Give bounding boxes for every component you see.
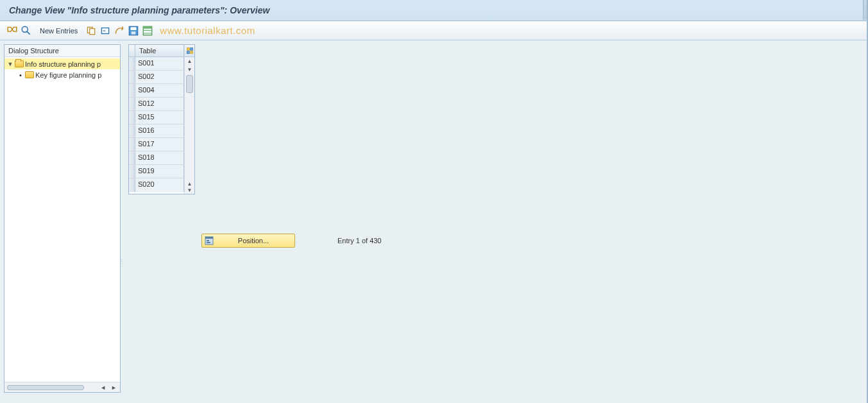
- svg-rect-14: [187, 51, 189, 54]
- svg-rect-3: [90, 28, 95, 34]
- row-handle-header: [129, 45, 135, 56]
- splitter-handle[interactable]: ···: [121, 259, 123, 264]
- folder-icon: [25, 71, 34, 78]
- scrollbar-thumb[interactable]: [7, 385, 84, 390]
- svg-rect-12: [187, 48, 189, 51]
- table-column-header[interactable]: Table: [135, 45, 184, 56]
- folder-open-icon: [15, 60, 24, 67]
- table-cell[interactable]: S016: [135, 124, 184, 137]
- table-cell[interactable]: S018: [135, 151, 184, 164]
- copy-icon[interactable]: [85, 25, 97, 37]
- page-title: Change View "Info structure planning par…: [9, 5, 269, 15]
- table-cell[interactable]: S020: [135, 178, 184, 192]
- scroll-page-down-icon[interactable]: ▼: [187, 187, 192, 193]
- svg-line-1: [27, 31, 30, 35]
- tree-horizontal-scrollbar[interactable]: ◄ ►: [4, 382, 120, 392]
- scroll-page-up-icon[interactable]: ▲: [187, 181, 192, 187]
- svg-rect-15: [190, 51, 192, 54]
- position-icon: [205, 236, 214, 245]
- new-entries-button[interactable]: New Entries: [35, 27, 83, 35]
- row-selector[interactable]: [129, 84, 135, 97]
- delimit-icon[interactable]: [114, 25, 125, 37]
- svg-rect-10: [144, 30, 153, 30]
- svg-rect-18: [207, 240, 209, 241]
- svg-rect-13: [190, 48, 192, 51]
- svg-rect-19: [207, 242, 210, 243]
- svg-rect-11: [144, 33, 153, 33]
- scrollbar-thumb[interactable]: [186, 75, 193, 93]
- scroll-left-icon[interactable]: ◄: [98, 384, 108, 391]
- expander-icon[interactable]: ▼: [7, 61, 13, 67]
- scroll-right-icon[interactable]: ►: [109, 384, 119, 391]
- position-button[interactable]: Position...: [201, 234, 295, 248]
- row-selector[interactable]: [129, 111, 135, 124]
- row-selector[interactable]: [129, 165, 135, 178]
- toggle-view-icon[interactable]: [6, 25, 18, 37]
- undo-icon[interactable]: [99, 25, 111, 37]
- position-area: Position... Entry 1 of 430: [201, 234, 382, 248]
- svg-point-0: [22, 26, 28, 32]
- table-cell[interactable]: S004: [135, 84, 184, 97]
- bullet-icon: •: [17, 71, 24, 79]
- scroll-up-icon[interactable]: ▲: [187, 57, 192, 65]
- svg-rect-17: [205, 237, 213, 239]
- position-button-label: Position...: [226, 237, 292, 244]
- tree-root-label: Info structure planning p: [25, 60, 101, 68]
- scrollbar-track[interactable]: [185, 74, 194, 181]
- table-cell[interactable]: S002: [135, 71, 184, 83]
- scroll-down-step-icon[interactable]: ▼: [187, 65, 192, 74]
- title-bar: Change View "Info structure planning par…: [0, 0, 868, 21]
- svg-rect-9: [144, 26, 153, 28]
- table-cell[interactable]: S012: [135, 98, 184, 110]
- content-area: Dialog Structure ▼ Info structure planni…: [0, 40, 868, 397]
- select-all-icon[interactable]: [142, 25, 153, 37]
- tree-header: Dialog Structure: [4, 45, 120, 57]
- table-cell[interactable]: S019: [135, 165, 184, 178]
- table-cell[interactable]: S017: [135, 138, 184, 151]
- entry-status: Entry 1 of 430: [337, 237, 382, 244]
- tree-child-item[interactable]: • Key figure planning p: [4, 69, 120, 80]
- tree-body: ▼ Info structure planning p • Key figure…: [4, 57, 120, 382]
- toolbar: New Entries www.tutorialkart.com: [0, 21, 868, 40]
- table-vertical-scrollbar[interactable]: ▲ ▼ ▲ ▼: [184, 45, 194, 194]
- table-cell[interactable]: S001: [135, 57, 184, 70]
- row-selector[interactable]: [129, 151, 135, 164]
- row-selector[interactable]: [129, 57, 135, 70]
- tree-root-item[interactable]: ▼ Info structure planning p: [4, 58, 120, 69]
- svg-rect-6: [131, 27, 137, 30]
- row-selector[interactable]: [129, 71, 135, 83]
- row-selector[interactable]: [129, 98, 135, 110]
- save-icon[interactable]: [128, 25, 139, 37]
- table-body: S001 S002 S004 S012 S015 S016 S017 S018 …: [129, 57, 184, 194]
- expand-icon[interactable]: [21, 25, 32, 37]
- row-selector[interactable]: [129, 124, 135, 137]
- svg-rect-7: [132, 31, 136, 35]
- watermark-text: www.tutorialkart.com: [160, 25, 255, 36]
- row-selector[interactable]: [129, 138, 135, 151]
- table-config-button[interactable]: [185, 45, 194, 57]
- table-panel: Table S001 S002 S004 S012 S015 S016 S017…: [128, 44, 195, 194]
- dialog-structure-panel: Dialog Structure ▼ Info structure planni…: [4, 44, 121, 393]
- row-selector[interactable]: [129, 178, 135, 192]
- table-cell[interactable]: S015: [135, 111, 184, 124]
- tree-child-label: Key figure planning p: [35, 71, 101, 79]
